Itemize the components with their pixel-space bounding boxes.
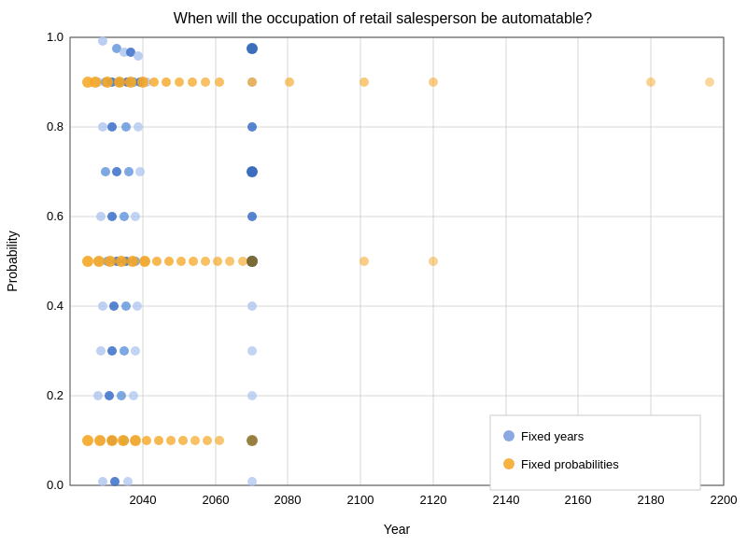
- svg-point-52: [124, 167, 134, 176]
- svg-point-37: [134, 51, 143, 61]
- svg-point-110: [646, 77, 655, 87]
- svg-text:2040: 2040: [130, 493, 157, 507]
- svg-point-117: [139, 256, 150, 267]
- svg-point-127: [359, 257, 369, 266]
- svg-point-141: [247, 435, 258, 446]
- svg-point-101: [162, 77, 171, 87]
- svg-point-90: [247, 346, 257, 356]
- svg-point-72: [93, 391, 103, 400]
- svg-point-48: [121, 122, 131, 132]
- svg-point-104: [201, 77, 210, 87]
- svg-text:2080: 2080: [275, 493, 302, 507]
- svg-point-131: [106, 435, 118, 446]
- svg-rect-142: [490, 415, 700, 490]
- svg-text:2060: 2060: [203, 493, 230, 507]
- svg-point-106: [247, 77, 257, 87]
- y-axis-label: Probability: [5, 231, 20, 291]
- svg-point-136: [166, 436, 176, 445]
- svg-point-89: [247, 301, 257, 311]
- svg-point-91: [247, 391, 257, 400]
- svg-point-54: [96, 212, 106, 221]
- svg-point-69: [107, 346, 117, 356]
- svg-text:2140: 2140: [493, 493, 520, 507]
- svg-point-57: [131, 212, 140, 221]
- svg-point-71: [131, 346, 140, 356]
- svg-text:2200: 2200: [711, 493, 738, 507]
- svg-point-105: [215, 77, 224, 87]
- svg-point-68: [96, 346, 106, 356]
- svg-point-113: [93, 256, 105, 267]
- svg-text:0.4: 0.4: [47, 299, 63, 313]
- svg-point-74: [117, 391, 126, 400]
- svg-point-100: [149, 77, 159, 87]
- svg-text:2180: 2180: [638, 493, 665, 507]
- svg-point-118: [152, 257, 162, 266]
- svg-point-46: [98, 122, 107, 132]
- svg-point-128: [429, 257, 438, 266]
- svg-point-119: [164, 257, 174, 266]
- svg-point-121: [189, 257, 198, 266]
- svg-point-109: [429, 77, 438, 87]
- legend-fixed-probs-label: Fixed probabilities: [521, 457, 619, 471]
- svg-point-82: [123, 477, 133, 486]
- svg-point-55: [107, 212, 117, 221]
- svg-point-115: [116, 256, 127, 267]
- chart-container: When will the occupation of retail sales…: [0, 0, 747, 560]
- svg-point-65: [109, 301, 119, 311]
- svg-point-87: [247, 212, 257, 221]
- svg-point-126: [247, 256, 258, 267]
- svg-point-108: [359, 77, 369, 87]
- svg-point-47: [107, 122, 117, 132]
- svg-point-96: [102, 77, 113, 88]
- svg-point-93: [247, 477, 257, 486]
- svg-point-64: [98, 301, 107, 311]
- svg-point-50: [101, 167, 110, 176]
- svg-text:0.2: 0.2: [47, 388, 63, 402]
- svg-point-114: [105, 256, 116, 267]
- svg-point-81: [110, 477, 120, 486]
- svg-point-97: [114, 77, 125, 88]
- svg-point-125: [238, 257, 247, 266]
- svg-point-99: [137, 77, 148, 88]
- svg-point-73: [105, 391, 114, 400]
- svg-point-123: [213, 257, 222, 266]
- svg-text:1.0: 1.0: [47, 30, 63, 44]
- svg-point-103: [188, 77, 197, 87]
- svg-point-80: [98, 477, 107, 486]
- svg-point-107: [285, 77, 294, 87]
- svg-text:2120: 2120: [420, 493, 447, 507]
- svg-point-124: [225, 257, 234, 266]
- svg-text:0.6: 0.6: [47, 209, 63, 223]
- svg-point-51: [112, 167, 121, 176]
- svg-point-143: [503, 430, 514, 441]
- svg-point-102: [175, 77, 184, 87]
- svg-point-33: [98, 36, 107, 46]
- svg-text:0.8: 0.8: [47, 119, 63, 133]
- svg-point-75: [129, 391, 138, 400]
- svg-point-122: [201, 257, 210, 266]
- svg-point-86: [247, 166, 258, 177]
- svg-point-129: [82, 435, 93, 446]
- svg-point-116: [127, 256, 138, 267]
- svg-point-144: [503, 458, 514, 469]
- svg-point-49: [134, 122, 143, 132]
- x-axis-label: Year: [384, 522, 411, 537]
- svg-point-132: [118, 435, 129, 446]
- svg-point-112: [82, 256, 93, 267]
- svg-point-134: [142, 436, 151, 445]
- svg-point-70: [120, 346, 129, 356]
- svg-text:0.0: 0.0: [47, 478, 63, 492]
- svg-point-83: [247, 43, 258, 54]
- svg-point-95: [90, 77, 101, 88]
- svg-point-98: [125, 77, 136, 88]
- svg-point-53: [135, 167, 145, 176]
- svg-point-139: [203, 436, 212, 445]
- legend-fixed-years-label: Fixed years: [521, 429, 585, 443]
- svg-point-130: [94, 435, 106, 446]
- svg-point-138: [190, 436, 200, 445]
- chart-title: When will the occupation of retail sales…: [174, 10, 592, 26]
- svg-point-140: [215, 436, 224, 445]
- svg-point-66: [121, 301, 131, 311]
- svg-point-133: [130, 435, 141, 446]
- svg-point-85: [247, 122, 257, 132]
